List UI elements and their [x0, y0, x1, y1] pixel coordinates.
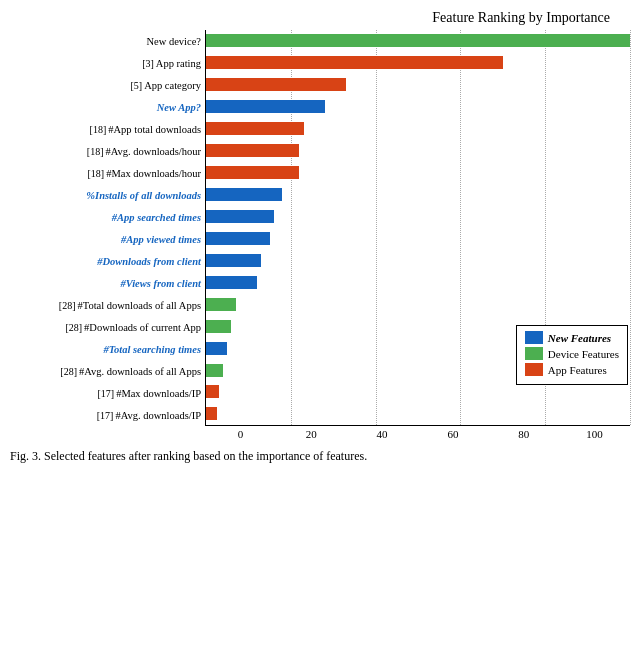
bar	[206, 407, 217, 420]
rank-label: [28]	[59, 300, 76, 311]
bar	[206, 100, 325, 113]
bar	[206, 364, 223, 377]
bar-row	[206, 140, 630, 162]
y-label-row: [18] #Max downloads/hour	[10, 162, 205, 184]
feature-label: App rating	[156, 58, 201, 69]
legend-label: Device Features	[548, 348, 619, 360]
bar-row	[206, 249, 630, 271]
y-label-row: #App searched times	[10, 206, 205, 228]
feature-label: #App searched times	[112, 212, 201, 223]
bar	[206, 276, 257, 289]
feature-label: New device?	[146, 36, 201, 47]
x-tick-label: 0	[205, 428, 276, 440]
y-label-row: New device?	[10, 30, 205, 52]
y-label-row: [18] #Avg. downloads/hour	[10, 140, 205, 162]
y-label-row: [3] App rating	[10, 52, 205, 74]
y-label-row: #Downloads from client	[10, 250, 205, 272]
bar	[206, 298, 236, 311]
legend-color-box	[525, 331, 543, 344]
y-labels: New device?[3] App rating[5] App categor…	[10, 30, 205, 426]
x-axis-labels: 020406080100	[10, 428, 630, 440]
feature-label: #Avg. downloads/hour	[106, 146, 201, 157]
rank-label: [18]	[90, 124, 107, 135]
legend-item: New Features	[525, 331, 619, 344]
feature-label: #Total searching times	[103, 344, 201, 355]
y-label-row: [28] #Total downloads of all Apps	[10, 294, 205, 316]
y-label-row: #Total searching times	[10, 338, 205, 360]
bar-row	[206, 96, 630, 118]
y-label-row: [28] #Downloads of current App	[10, 316, 205, 338]
x-tick-label: 100	[559, 428, 630, 440]
bar-row	[206, 184, 630, 206]
feature-label: New App?	[157, 102, 201, 113]
rank-label: [17]	[97, 388, 114, 399]
legend: New FeaturesDevice FeaturesApp Features	[516, 325, 628, 385]
legend-label: New Features	[548, 332, 611, 344]
y-label-row: [5] App category	[10, 74, 205, 96]
feature-label: %Installs of all downloads	[86, 190, 201, 201]
bar	[206, 232, 270, 245]
y-label-row: [17] #Avg. downloads/IP	[10, 404, 205, 426]
bar	[206, 166, 299, 179]
y-label-row: [17] #Max downloads/IP	[10, 382, 205, 404]
bar	[206, 78, 346, 91]
x-tick-label: 60	[417, 428, 488, 440]
caption-text: Fig. 3. Selected features after ranking …	[10, 449, 367, 463]
bar	[206, 188, 282, 201]
bar-row	[206, 74, 630, 96]
bar-row	[206, 162, 630, 184]
legend-item: Device Features	[525, 347, 619, 360]
rank-label: [18]	[88, 168, 105, 179]
bar-row	[206, 293, 630, 315]
rank-label: [28]	[65, 322, 82, 333]
rank-label: [3]	[142, 58, 154, 69]
bar	[206, 320, 231, 333]
bar-row	[206, 227, 630, 249]
legend-item: App Features	[525, 363, 619, 376]
grid-line	[630, 30, 631, 425]
title-text: Feature Ranking by Importance	[432, 10, 610, 25]
bar	[206, 254, 261, 267]
bar-row	[206, 206, 630, 228]
bar-row	[206, 52, 630, 74]
bar	[206, 56, 503, 69]
legend-color-box	[525, 347, 543, 360]
feature-label: #Avg. downloads/IP	[115, 410, 201, 421]
chart-container: New device?[3] App rating[5] App categor…	[10, 30, 630, 426]
bar	[206, 144, 299, 157]
y-label-row: [18] #App total downloads	[10, 118, 205, 140]
bar-row	[206, 403, 630, 425]
feature-label: #Total downloads of all Apps	[77, 300, 201, 311]
feature-label: #App total downloads	[108, 124, 201, 135]
legend-color-box	[525, 363, 543, 376]
y-label-row: New App?	[10, 96, 205, 118]
bars-area: New FeaturesDevice FeaturesApp Features	[205, 30, 630, 426]
rank-label: [18]	[87, 146, 104, 157]
feature-label: #Downloads from client	[97, 256, 201, 267]
x-tick-label: 40	[347, 428, 418, 440]
feature-label: #Avg. downloads of all Apps	[79, 366, 201, 377]
x-tick-label: 80	[488, 428, 559, 440]
feature-label: #Max downloads/IP	[116, 388, 201, 399]
bar	[206, 342, 227, 355]
y-label-row: %Installs of all downloads	[10, 184, 205, 206]
bar	[206, 210, 274, 223]
rank-label: [17]	[97, 410, 114, 421]
feature-label: #App viewed times	[121, 234, 201, 245]
caption: Fig. 3. Selected features after ranking …	[10, 448, 630, 465]
x-tick-label: 20	[276, 428, 347, 440]
bar-row	[206, 118, 630, 140]
legend-label: App Features	[548, 364, 607, 376]
rank-label: [5]	[130, 80, 142, 91]
feature-label: #Max downloads/hour	[106, 168, 201, 179]
bar	[206, 34, 630, 47]
y-label-row: #App viewed times	[10, 228, 205, 250]
feature-label: #Downloads of current App	[84, 322, 201, 333]
y-label-row: #Views from client	[10, 272, 205, 294]
chart-title: Feature Ranking by Importance	[10, 10, 630, 26]
feature-label: App category	[144, 80, 201, 91]
bar	[206, 385, 219, 398]
bar-row	[206, 30, 630, 52]
feature-label: #Views from client	[120, 278, 201, 289]
rank-label: [28]	[60, 366, 77, 377]
